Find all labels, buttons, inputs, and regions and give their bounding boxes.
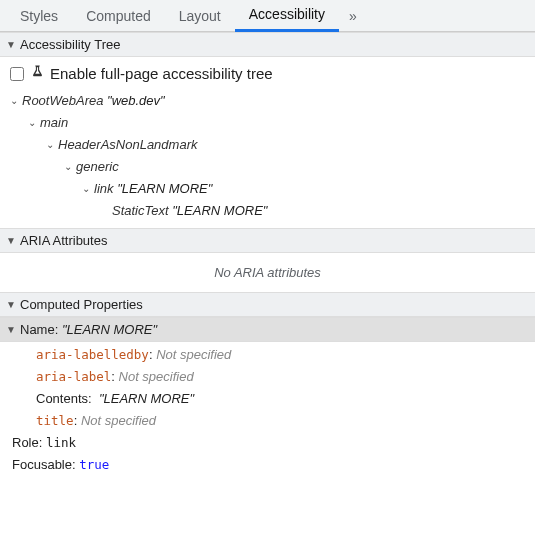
caret-down-icon[interactable]: ⌄: [82, 178, 94, 200]
section-title: Accessibility Tree: [20, 37, 120, 52]
section-header-computed-properties[interactable]: ▼ Computed Properties: [0, 292, 535, 317]
enable-full-page-tree-label: Enable full-page accessibility tree: [50, 65, 273, 82]
section-title: Computed Properties: [20, 297, 143, 312]
prop-title: title: Not specified: [0, 410, 535, 432]
prop-value: Not specified: [81, 413, 156, 428]
ax-name: "LEARN MORE": [172, 200, 267, 222]
prop-value: Not specified: [156, 347, 231, 362]
prop-key: Focusable:: [12, 457, 76, 472]
section-header-aria-attributes[interactable]: ▼ ARIA Attributes: [0, 228, 535, 253]
tab-computed[interactable]: Computed: [72, 0, 165, 32]
prop-role: Role: link: [0, 432, 535, 454]
tree-node-rootwebarea[interactable]: ⌄ RootWebArea "web.dev": [10, 90, 527, 112]
accessibility-tree-pane: Enable full-page accessibility tree ⌄ Ro…: [0, 57, 535, 228]
tree-node-main[interactable]: ⌄ main: [28, 112, 527, 134]
prop-value: true: [79, 457, 109, 472]
tab-styles[interactable]: Styles: [6, 0, 72, 32]
ax-role: RootWebArea: [22, 90, 103, 112]
computed-name-label: Name:: [20, 322, 58, 337]
caret-down-icon[interactable]: ⌄: [28, 112, 40, 134]
tree-node-statictext[interactable]: ⌄ StaticText "LEARN MORE": [100, 200, 527, 222]
ax-role: generic: [76, 156, 119, 178]
disclosure-triangle-icon[interactable]: ▼: [6, 235, 16, 246]
disclosure-triangle-icon[interactable]: ▼: [6, 324, 16, 335]
caret-down-icon[interactable]: ⌄: [64, 156, 76, 178]
prop-key: Role:: [12, 435, 42, 450]
devtools-tabbar: Styles Computed Layout Accessibility »: [0, 0, 535, 32]
ax-name: "LEARN MORE": [117, 178, 212, 200]
ax-role: link: [94, 178, 114, 200]
enable-full-page-tree-row: Enable full-page accessibility tree: [8, 63, 527, 90]
prop-key: aria-label: [36, 369, 111, 384]
section-header-accessibility-tree[interactable]: ▼ Accessibility Tree: [0, 32, 535, 57]
caret-down-icon[interactable]: ⌄: [10, 90, 22, 112]
tab-accessibility[interactable]: Accessibility: [235, 0, 339, 32]
tab-layout[interactable]: Layout: [165, 0, 235, 32]
enable-full-page-tree-checkbox[interactable]: [10, 67, 24, 81]
flask-icon: [30, 65, 44, 82]
computed-name-row[interactable]: ▼ Name: "LEARN MORE": [0, 317, 535, 342]
disclosure-triangle-icon[interactable]: ▼: [6, 299, 16, 310]
prop-value: link: [46, 435, 76, 450]
computed-properties-list: aria-labelledby: Not specified aria-labe…: [0, 342, 535, 486]
computed-name-value: "LEARN MORE": [62, 322, 157, 337]
accessibility-tree: ⌄ RootWebArea "web.dev" ⌄ main ⌄: [8, 90, 527, 222]
prop-focusable: Focusable: true: [0, 454, 535, 476]
ax-role: StaticText: [112, 200, 169, 222]
prop-aria-label: aria-label: Not specified: [0, 366, 535, 388]
prop-contents: Contents: "LEARN MORE": [0, 388, 535, 410]
ax-role: main: [40, 112, 68, 134]
section-title: ARIA Attributes: [20, 233, 107, 248]
tab-overflow[interactable]: »: [339, 0, 367, 32]
prop-aria-labelledby: aria-labelledby: Not specified: [0, 344, 535, 366]
prop-value: "LEARN MORE": [99, 391, 194, 406]
aria-attributes-empty: No ARIA attributes: [0, 253, 535, 292]
caret-down-icon[interactable]: ⌄: [46, 134, 58, 156]
prop-value: Not specified: [119, 369, 194, 384]
prop-key: title: [36, 413, 74, 428]
tree-node-headerasnonlandmark[interactable]: ⌄ HeaderAsNonLandmark: [46, 134, 527, 156]
prop-key: Contents:: [36, 391, 92, 406]
tree-node-link[interactable]: ⌄ link "LEARN MORE": [82, 178, 527, 200]
ax-name: "web.dev": [107, 90, 165, 112]
ax-role: HeaderAsNonLandmark: [58, 134, 197, 156]
disclosure-triangle-icon[interactable]: ▼: [6, 39, 16, 50]
prop-key: aria-labelledby: [36, 347, 149, 362]
tree-node-generic[interactable]: ⌄ generic: [64, 156, 527, 178]
